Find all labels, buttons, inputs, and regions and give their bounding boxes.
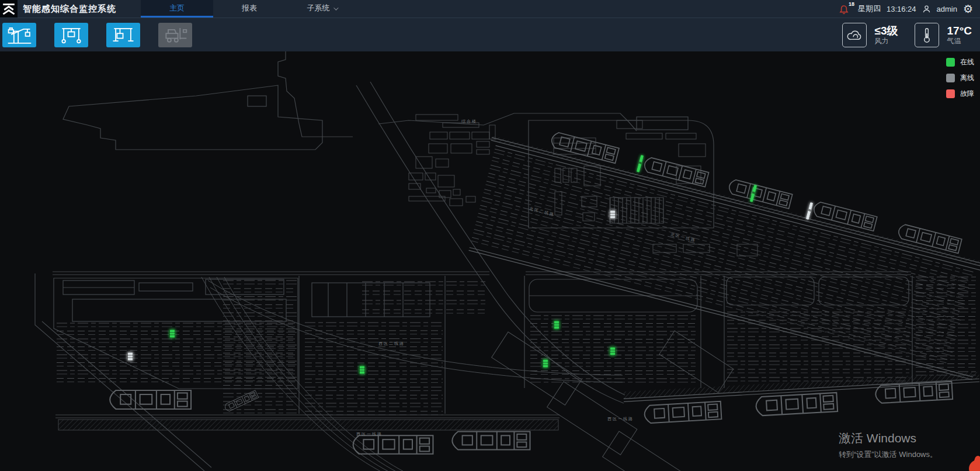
equipment-button-forklift[interactable] (158, 23, 192, 47)
device-marker-online[interactable] (610, 347, 616, 356)
equipment-button-rtg-crane[interactable] (54, 23, 88, 47)
legend-online: 在线 (946, 57, 974, 67)
settings-gear-icon[interactable]: ⚙ (963, 4, 973, 15)
user-icon (922, 5, 931, 13)
tab-subsystem[interactable]: 子系统 (286, 0, 358, 18)
windows-activation-watermark: 激活 Windows 转到“设置”以激活 Windows。 (839, 430, 937, 460)
map-road-label: 西区二线路 (378, 341, 405, 347)
device-marker-online[interactable] (554, 321, 559, 330)
map-road-label: 西区一线路 (356, 431, 383, 437)
main-nav: 主页 报表 子系统 (141, 0, 358, 18)
chevron-down-icon (333, 5, 338, 10)
status-legend: 在线 离线 故障 (946, 57, 974, 99)
top-navbar: 智能感知综合监控系统 主页 报表 子系统 18 星期四 13:16:24 adm… (0, 0, 980, 18)
bell-icon (839, 5, 849, 15)
device-marker-online[interactable] (359, 366, 365, 375)
temperature-icon-box (915, 23, 939, 47)
port-cad-drawing (0, 51, 980, 471)
quay-crane-icon (6, 25, 33, 45)
wind-value: ≤3级 (875, 25, 898, 37)
equipment-button-quay-crane[interactable] (2, 23, 36, 47)
online-swatch (946, 58, 955, 67)
north-terminal (463, 117, 980, 381)
notification-count: 18 (849, 1, 854, 7)
rtg-crane-icon (58, 25, 85, 45)
port-map-layer[interactable]: 在线 离线 故障 激活 Windows 转到“设置”以激活 Windows。 综… (0, 51, 980, 471)
tab-reports[interactable]: 报表 (213, 0, 286, 18)
legend-fault: 故障 (946, 89, 974, 99)
fault-swatch (946, 89, 955, 98)
page-title: 智能感知综合监控系统 (23, 4, 116, 15)
thermometer-icon (919, 27, 934, 43)
wind-label: 风力 (875, 37, 898, 45)
wind-icon-box (842, 23, 867, 47)
temperature-label: 气温 (947, 37, 972, 45)
legend-offline: 离线 (946, 73, 974, 83)
weekday-label: 星期四 (858, 4, 881, 14)
logo-icon (1, 1, 17, 17)
offline-swatch (946, 74, 955, 82)
temperature-value: 17°C (947, 25, 972, 37)
device-marker-offline[interactable] (127, 352, 133, 361)
rmg-crane-icon (110, 25, 137, 45)
tab-home[interactable]: 主页 (141, 0, 213, 18)
navbar-right: 18 星期四 13:16:24 admin ⚙ (839, 2, 980, 15)
username[interactable]: admin (937, 5, 957, 13)
clock: 13:16:24 (887, 5, 916, 13)
device-marker-online[interactable] (169, 330, 175, 338)
wind-cloud-icon (846, 28, 863, 42)
equipment-toolbar: ≤3级 风力 17°C 气温 (0, 18, 980, 51)
map-road-label: 西区一线路 (607, 416, 634, 422)
app-logo (0, 0, 18, 18)
equipment-button-rmg-crane[interactable] (106, 23, 140, 47)
forklift-icon (162, 25, 189, 45)
map-road-label: 综合楼 (461, 119, 477, 124)
weather-widget: ≤3级 风力 17°C 气温 (842, 23, 974, 47)
device-marker-online[interactable] (543, 359, 548, 368)
device-marker-offline[interactable] (610, 210, 616, 219)
notification-bell[interactable]: 18 (839, 2, 852, 15)
